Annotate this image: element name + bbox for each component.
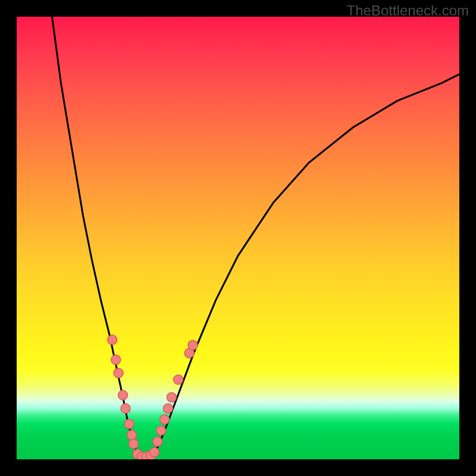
data-point xyxy=(124,419,134,429)
data-point xyxy=(121,403,130,413)
data-point xyxy=(160,415,170,424)
watermark-text: TheBottleneck.com xyxy=(347,2,469,19)
data-point xyxy=(163,403,173,413)
data-point xyxy=(108,335,117,345)
chart-canvas xyxy=(17,17,459,459)
data-point xyxy=(129,439,138,449)
data-point xyxy=(114,368,123,378)
chart-svg xyxy=(17,17,459,459)
right-curve xyxy=(149,74,459,459)
data-point xyxy=(188,340,198,350)
data-point xyxy=(174,375,183,384)
data-point xyxy=(111,355,121,365)
data-dots xyxy=(108,335,198,459)
data-point xyxy=(118,390,128,400)
data-point xyxy=(153,437,162,446)
data-point xyxy=(149,447,159,457)
data-point xyxy=(127,430,136,440)
data-point xyxy=(156,426,166,436)
data-point xyxy=(167,393,176,402)
